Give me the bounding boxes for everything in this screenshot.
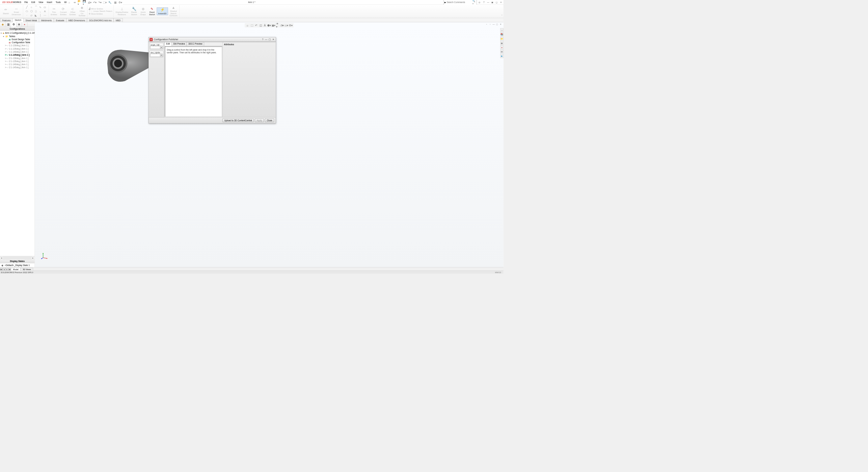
hide-show-icon[interactable]: 👁▾ [276,24,279,27]
units-label[interactable]: MMGS [493,271,503,273]
tab-mbd[interactable]: MBD [114,19,123,22]
menu-view[interactable]: View [37,1,45,4]
shaded-contours-button[interactable]: ▲Shaded Sketch Contours [168,5,179,17]
param-angle-dropdown[interactable]: ▾ [150,46,163,49]
zoom-fit-icon[interactable]: ⌕ [246,24,249,27]
tab-addins[interactable]: SOLIDWORKS Add-Ins [87,19,114,22]
maximize-icon[interactable]: ◻ [495,1,498,4]
config-item-7[interactable]: ⊢✓2:1-145deg [ Arm 1 ] [0,66,35,69]
config-item-2[interactable]: ⊢✓1:1-140deg [ Arm 1 ] [0,50,35,53]
close-button[interactable]: Close [265,119,274,122]
last-tab-icon[interactable]: ⏭ [8,268,11,270]
tab-sheet-metal[interactable]: Sheet Metal [23,19,39,22]
param-angle[interactable]: angle_1@Sket... ▾ [150,43,163,50]
next-tab-icon[interactable]: ▸ [5,268,8,270]
spline-icon[interactable]: ∿ [38,5,43,9]
chamfer-icon[interactable]: ◣ [34,14,38,18]
open-icon[interactable]: 📂▾ [78,1,82,4]
smart-dimension-button[interactable]: ↔Smart Dimension [10,6,22,16]
help-icon[interactable]: ? [482,1,485,4]
config-item-6[interactable]: ⊢✓2:1-140deg [ Arm 1 ] [0,63,35,66]
circle-icon[interactable]: ○ [29,5,34,9]
view-settings-icon[interactable]: ⚙▾ [289,24,292,27]
convert-entities-button[interactable]: ⟳Convert Entities [59,6,68,16]
param-dist[interactable]: dist_1@Sketch1 ▾ [150,51,163,57]
tab-features[interactable]: Features [0,19,13,22]
drop-area[interactable]: Drag a control from the left pane and dr… [165,46,222,117]
menu-insert[interactable]: Insert [45,1,54,4]
view-palette-icon[interactable]: ▦ [500,41,503,45]
design-library-icon[interactable]: 📚 [500,32,503,36]
property-manager-tab-icon[interactable]: ▥ [5,22,11,27]
dialog-titlebar[interactable]: S Configuration Publisher ? — ▢ ✕ [149,37,276,42]
upload-button[interactable]: Upload to 3D ContentCentral [223,119,254,122]
trim-entities-button[interactable]: ✂Trim Entities [50,6,58,16]
select-icon[interactable]: ⬚▾ [103,1,107,4]
arc-icon[interactable]: ⌒ [34,5,38,9]
save-icon[interactable]: 💾▾ [83,1,87,4]
edit-appearance-icon[interactable]: ◔▾ [280,24,284,27]
resources-icon[interactable]: ⌂ [500,28,503,32]
dialog-maximize-icon[interactable]: ▢ [268,38,271,41]
configuration-manager-tab-icon[interactable]: ⚙ [11,22,16,27]
offset-surface-button[interactable]: ◈Offset On Surface [78,5,87,17]
display-relations-button[interactable]: ⊥Display/Delete Relations [114,6,129,16]
quick-snaps-button[interactable]: ⊕Quick Snaps [139,6,147,16]
dynamic-annotation-icon[interactable]: Ǎ [263,24,267,27]
prev-tab-icon[interactable]: ◂ [3,268,5,270]
config-item-4[interactable]: ⊢✓2:1-130deg [ Arm 1 ] [0,57,35,60]
tables-node[interactable]: ▾ 📁 Tables [0,35,35,38]
fillet-icon[interactable]: ◟ [38,9,43,14]
config-item-1[interactable]: ⊢✓1:1-135deg [ Arm 1 ] [0,47,35,50]
param-dist-dropdown[interactable]: ▾ [150,54,163,57]
point-icon[interactable]: · [25,14,29,18]
offset-entities-button[interactable]: ⊂Offset Entities [68,6,77,16]
rapid-sketch-button[interactable]: ✎Rapid Sketch [148,6,157,16]
tab-evaluate[interactable]: Evaluate [54,19,66,22]
undo-icon[interactable]: ↶▾ [93,1,97,4]
settings-icon[interactable]: ⚙▾ [118,1,122,4]
line-icon[interactable]: ╱ [25,5,29,9]
tab-sketch[interactable]: Sketch [12,18,23,22]
close-icon[interactable]: ✕ [499,1,503,4]
vp-minimize-icon[interactable]: — [492,23,495,26]
sketch-button[interactable]: ✏Sketch [2,8,10,15]
subtab-sw-preview[interactable]: SW Preview [171,42,187,46]
redo-icon[interactable]: ↷▾ [98,1,102,4]
new-icon[interactable]: ▫▾ [73,1,77,4]
display-state-item[interactable]: ◐ <Default>_Display State 1 [0,263,35,267]
view-orientation-icon[interactable]: ⬢▾ [267,24,271,27]
graphics-area[interactable]: ⌕ ⬚ ↶ ◫ Ǎ ⬢▾ ▣▾ 👁▾ ◔▾ ▭▾ ⚙▾ ▫ ▫ — ▢ ✕ ⌂ … [35,22,504,267]
options-icon[interactable]: ▦ [113,1,117,4]
prev-view-icon[interactable]: ↶ [254,24,258,27]
zoom-area-icon[interactable]: ⬚ [250,24,253,27]
login-icon[interactable]: ◎ [478,1,481,4]
move-entities-button[interactable]: ✥Move Entities [89,13,103,15]
expand-icon[interactable]: ▾ [1,32,2,34]
print-icon[interactable]: 🖨▾ [88,1,92,4]
file-explorer-icon[interactable]: 📁 [500,37,503,41]
scroll-track[interactable] [3,257,31,259]
centerline-icon[interactable]: ┊ [38,14,43,18]
config-root[interactable]: ▾ ◆ Arm 1 Configuration(s) (1:1-145d [0,31,35,34]
ellipse-icon[interactable]: ⬯ [34,9,38,14]
panel-hscroll[interactable]: ◂ ▸ [0,256,35,259]
display-manager-tab-icon[interactable]: ● [22,22,27,27]
config-item-0[interactable]: ⊢✓1:1-130deg [ Arm 1 ] [0,44,35,47]
dialog-minimize-icon[interactable]: — [265,38,268,41]
slot-icon[interactable]: ⬭ [25,9,29,14]
appearances-icon[interactable]: ● [500,46,503,50]
excel-design-table[interactable]: ▦ Excel Design Table [0,38,35,41]
view-triad[interactable] [41,252,49,259]
mirror-entities-button[interactable]: ▟Mirror Entities [89,8,103,10]
3d-views-tab[interactable]: 3D Views [21,268,33,270]
minimize-icon[interactable]: — [487,1,490,4]
dialog-help-icon[interactable]: ? [261,38,264,41]
scroll-left-icon[interactable]: ◂ [0,256,3,259]
menu-edit[interactable]: Edit [30,1,36,4]
home-icon[interactable]: ⌂ [67,1,72,4]
dialog-close-icon[interactable]: ✕ [272,38,275,41]
single-view-icon[interactable]: ▫ [489,23,492,26]
vp-close-icon[interactable]: ✕ [499,23,502,26]
search-icon[interactable]: 🔍▾ [472,0,476,5]
